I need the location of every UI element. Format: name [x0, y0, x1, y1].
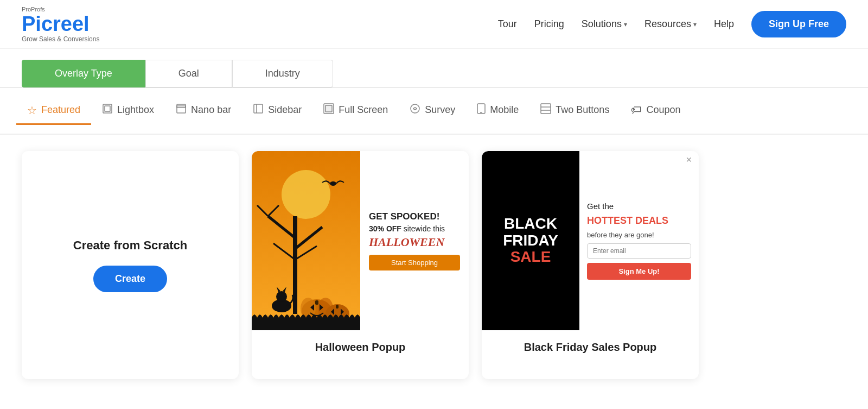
bf-before-text: before they are gone! — [587, 231, 691, 239]
svg-rect-31 — [315, 300, 318, 305]
tab-mobile-label: Mobile — [490, 104, 519, 116]
svg-rect-4 — [254, 104, 263, 113]
resources-chevron-icon: ▾ — [693, 21, 697, 28]
tab-coupon[interactable]: 🏷 Coupon — [620, 97, 691, 124]
svg-point-15 — [282, 170, 330, 219]
tab-fullscreen-label: Full Screen — [339, 104, 388, 116]
coupon-icon: 🏷 — [631, 104, 642, 116]
bf-left-block: BLACK FRIDAY SALE — [482, 151, 579, 330]
tab-lightbox[interactable]: Lightbox — [91, 97, 165, 125]
nav-solutions[interactable]: Solutions ▾ — [582, 18, 627, 30]
halloween-title: HALLOWEEN — [369, 235, 460, 249]
tab-coupon-label: Coupon — [646, 104, 680, 116]
nav-resources[interactable]: Resources ▾ — [644, 18, 697, 30]
halloween-spooked: GET SPOOKED! — [369, 211, 460, 222]
halloween-cta-button[interactable]: Start Shopping — [369, 255, 460, 270]
svg-rect-11 — [541, 104, 551, 114]
tab-survey[interactable]: Survey — [399, 97, 466, 125]
tab-survey-label: Survey — [425, 104, 455, 116]
header: ProProfs Picreel Grow Sales & Conversion… — [0, 0, 868, 49]
svg-rect-35 — [336, 305, 339, 309]
filter-industry[interactable]: Industry — [232, 60, 333, 87]
nav-pricing[interactable]: Pricing — [534, 18, 564, 30]
bf-hottest-text: HOTTEST DEALS — [587, 215, 691, 226]
blackfriday-card-label: Black Friday Sales Popup — [482, 330, 699, 364]
bf-signup-button[interactable]: Sign Me Up! — [587, 263, 691, 280]
logo-area: ProProfs Picreel Grow Sales & Conversion… — [22, 6, 99, 43]
bf-friday: FRIDAY — [503, 232, 558, 249]
bf-sale: SALE — [503, 249, 558, 266]
sidebar-icon — [253, 103, 264, 117]
svg-rect-38 — [252, 318, 360, 330]
svg-point-8 — [411, 104, 419, 113]
tab-lightbox-label: Lightbox — [117, 104, 154, 116]
bf-sale-text: BLACK FRIDAY SALE — [503, 216, 558, 266]
blackfriday-close-icon[interactable]: ✕ — [686, 155, 692, 164]
tab-fullscreen[interactable]: Full Screen — [312, 97, 399, 125]
featured-icon: ☆ — [27, 104, 37, 117]
halloween-right-content: GET SPOOKED! 30% OFF sitewide this HALLO… — [360, 151, 469, 330]
filter-bar: Overlay Type Goal Industry — [0, 49, 868, 88]
scratch-title: Create from Scratch — [73, 238, 187, 253]
halloween-card-label: Halloween Popup — [252, 330, 469, 364]
overlay-tabs: ☆ Featured Lightbox Nano bar Sidebar Ful… — [0, 88, 868, 135]
card-blackfriday: ✕ BLACK FRIDAY SALE Get the HOTTEST DEAL… — [482, 151, 699, 379]
fullscreen-icon — [323, 103, 334, 117]
tab-twobuttons[interactable]: Two Buttons — [529, 97, 620, 125]
halloween-left-scene — [252, 151, 360, 330]
filter-overlay-type[interactable]: Overlay Type — [22, 60, 145, 87]
main-nav: Tour Pricing Solutions ▾ Resources ▾ Hel… — [498, 11, 846, 37]
mobile-icon — [477, 103, 486, 117]
halloween-preview: GET SPOOKED! 30% OFF sitewide this HALLO… — [252, 151, 469, 330]
solutions-chevron-icon: ▾ — [624, 21, 627, 28]
svg-rect-1 — [105, 106, 110, 111]
twobuttons-icon — [540, 103, 551, 117]
bf-black: BLACK — [503, 216, 558, 232]
svg-rect-7 — [326, 105, 332, 112]
logo-tagline: Grow Sales & Conversions — [22, 35, 99, 43]
nav-help[interactable]: Help — [714, 18, 734, 30]
lightbox-icon — [102, 103, 113, 117]
halloween-off-text: sitewide this — [404, 224, 445, 233]
svg-point-23 — [330, 181, 336, 186]
tab-mobile[interactable]: Mobile — [466, 97, 529, 125]
blackfriday-preview: ✕ BLACK FRIDAY SALE Get the HOTTEST DEAL… — [482, 151, 699, 330]
tab-twobuttons-label: Two Buttons — [556, 104, 609, 116]
nav-tour[interactable]: Tour — [498, 18, 517, 30]
filter-goal[interactable]: Goal — [145, 60, 232, 87]
svg-point-25 — [276, 291, 287, 302]
tab-featured[interactable]: ☆ Featured — [16, 97, 91, 125]
bf-right-content: Get the HOTTEST DEALS before they are go… — [579, 151, 699, 330]
tab-sidebar[interactable]: Sidebar — [242, 97, 312, 125]
bf-email-input[interactable] — [587, 243, 691, 259]
proprofs-label: ProProfs — [22, 6, 99, 12]
survey-icon — [410, 103, 420, 117]
cards-area: Create from Scratch Create — [0, 135, 868, 395]
tab-nanobar-label: Nano bar — [191, 104, 231, 116]
nanobar-icon — [176, 103, 187, 117]
tab-sidebar-label: Sidebar — [268, 104, 302, 116]
logo-picreel: Picreel — [22, 14, 99, 34]
bf-get-text: Get the — [587, 202, 691, 211]
card-halloween: GET SPOOKED! 30% OFF sitewide this HALLO… — [252, 151, 469, 379]
halloween-off: 30% OFF sitewide this — [369, 224, 460, 233]
signup-button[interactable]: Sign Up Free — [751, 11, 846, 37]
create-button[interactable]: Create — [93, 266, 167, 292]
card-scratch: Create from Scratch Create — [22, 151, 239, 379]
tab-nanobar[interactable]: Nano bar — [165, 97, 242, 125]
tab-featured-label: Featured — [41, 104, 80, 116]
svg-rect-3 — [177, 106, 186, 108]
